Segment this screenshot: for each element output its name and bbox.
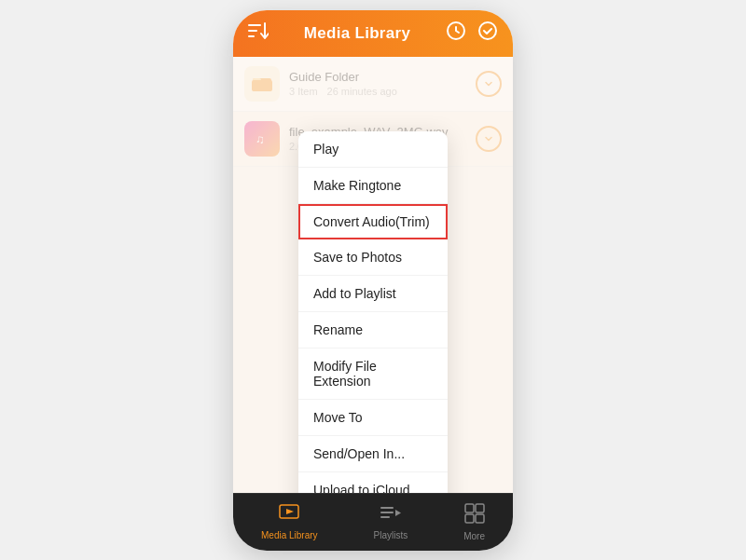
- nav-media-library[interactable]: Media Library: [261, 504, 318, 540]
- svg-rect-14: [380, 516, 390, 518]
- svg-rect-18: [465, 514, 474, 523]
- context-menu-overlay: Play Make Ringtone Convert Audio(Trim) S…: [233, 57, 513, 493]
- header-actions: [446, 20, 498, 46]
- svg-rect-2: [248, 35, 255, 37]
- nav-media-library-label: Media Library: [261, 530, 318, 540]
- menu-add-playlist[interactable]: Add to Playlist: [298, 276, 448, 312]
- menu-move-to[interactable]: Move To: [298, 400, 448, 436]
- svg-point-5: [479, 22, 496, 39]
- bottom-nav: Media Library Playlists: [233, 493, 513, 551]
- nav-more[interactable]: More: [463, 503, 485, 541]
- svg-marker-15: [395, 510, 401, 516]
- context-menu: Play Make Ringtone Convert Audio(Trim) S…: [298, 131, 448, 493]
- menu-play[interactable]: Play: [298, 131, 448, 168]
- playlists-icon: [380, 504, 401, 527]
- svg-rect-12: [380, 507, 394, 509]
- menu-modify-extension[interactable]: Modify File Extension: [298, 348, 448, 400]
- svg-rect-17: [476, 504, 484, 512]
- nav-more-label: More: [463, 531, 485, 541]
- svg-marker-11: [286, 509, 294, 514]
- phone-container: Media Library: [233, 10, 513, 551]
- media-library-icon: [279, 504, 299, 527]
- nav-playlists[interactable]: Playlists: [374, 504, 408, 540]
- menu-rename[interactable]: Rename: [298, 312, 448, 348]
- svg-rect-13: [380, 512, 394, 513]
- menu-upload-icloud[interactable]: Upload to iCloud Drive: [298, 472, 448, 493]
- check-circle-icon[interactable]: [477, 20, 498, 46]
- svg-rect-1: [248, 30, 257, 32]
- nav-playlists-label: Playlists: [374, 530, 408, 540]
- menu-send-open[interactable]: Send/Open In...: [298, 436, 448, 472]
- svg-rect-0: [248, 24, 261, 26]
- menu-convert-audio[interactable]: Convert Audio(Trim): [298, 204, 448, 239]
- refresh-icon[interactable]: [446, 20, 466, 46]
- header-title: Media Library: [304, 24, 410, 43]
- content-area: Guide Folder 3 Item 26 minutes ago ♫: [233, 57, 513, 493]
- svg-rect-19: [476, 514, 484, 523]
- menu-save-photos[interactable]: Save to Photos: [298, 239, 448, 276]
- app-header: Media Library: [233, 10, 513, 57]
- svg-rect-16: [465, 504, 474, 512]
- menu-make-ringtone[interactable]: Make Ringtone: [298, 168, 448, 204]
- sort-icon[interactable]: [248, 22, 269, 44]
- more-icon: [464, 503, 485, 528]
